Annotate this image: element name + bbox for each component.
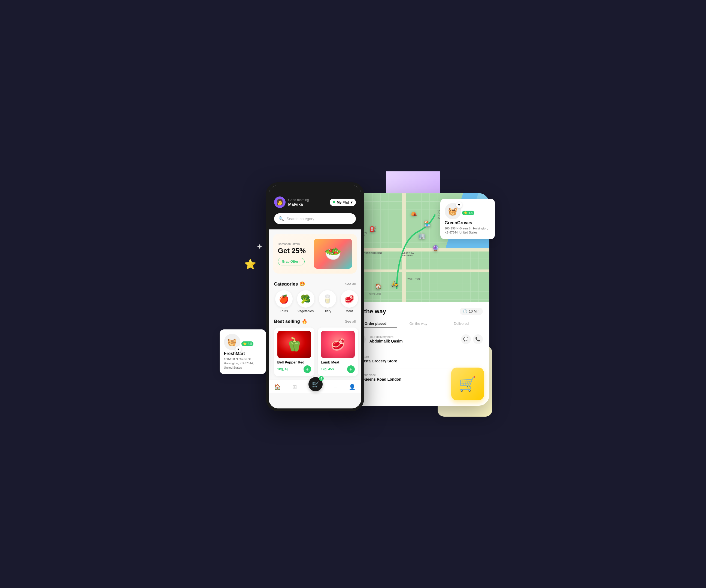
hero-label: Your delivery hero [369,335,457,339]
product-lamb-meat: 🥩 Lamb Meat 1kg, 45$ + [318,327,358,376]
category-meat[interactable]: 🥩 Meat [340,290,359,313]
greengroves-rating: ⭐ 4.8 [462,210,474,215]
store-row: Store Insta Grocery Store [354,355,483,368]
best-selling-title: Best selling 🔥 [274,318,307,324]
best-selling-header: Best selling 🔥 See all [269,315,361,326]
bell-pepper-price: 1kg, 4$ [277,367,288,371]
awning-map-icon: ⛺ [410,209,417,216]
bell-pepper-img-visual: 🫑 [277,331,311,358]
category-diary[interactable]: 🥛 Diary [318,290,337,313]
main-phone: 👩 Good morning Malvika My Flat ▾ [266,182,364,411]
freshmart-address: 100-198 N Green St, Hoisington, KS 67544… [224,357,262,370]
location-text: My Flat [337,200,349,204]
categories-title: Categories 🤩 [274,281,306,287]
star-decoration: ⭐ [244,259,258,272]
nav-grid[interactable]: ⊞ [292,384,297,390]
vegetables-label: Vegetables [298,309,314,313]
add-lamb-meat-button[interactable]: + [347,365,355,373]
nav-profile[interactable]: 👤 [349,384,356,390]
greengroves-card: 🧺 ♥ ⭐ 4.8 GreenGroves 100-198 N Green St… [440,199,495,239]
message-button[interactable]: 💬 [461,334,471,344]
lamb-meat-image: 🥩 [321,331,355,358]
store-name: Insta Grocery Store [362,359,483,363]
store-label: Store [362,355,483,358]
banner-title: Get 25% [278,246,314,255]
greengroves-heart-icon: ♥ [456,202,462,208]
username: Malvika [288,202,309,206]
tab-delivered[interactable]: Delivered [440,319,482,328]
grab-offer-button[interactable]: Grab Offer › [278,258,305,265]
map-label-clove: Clove Lakes [369,292,382,295]
location-pill[interactable]: My Flat ▾ [330,199,356,206]
scene: ✦ ⭐ 🧺 ♥ ⭐ 4.8 FreshMart 100-198 N Green … [217,171,489,417]
green-building-icon: 🏢 [419,233,425,239]
purple-marker-icon: 🔮 [432,245,439,251]
fruits-label: Fruits [280,309,288,313]
category-vegetables[interactable]: 🥦 Vegetables [296,290,316,313]
categories-see-all[interactable]: See all [345,282,356,286]
map-label-wh: WES· HTON [408,278,420,280]
search-bar[interactable]: 🔍 Search category [274,213,356,224]
greeting-text: Good morning [288,198,309,202]
meat-icon: 🥩 [341,290,358,308]
bottom-basket-icon: 🛒 [451,367,484,400]
user-info: 👩 Good morning Malvika [274,196,309,208]
phone-content: 👩 Good morning Malvika My Flat ▾ [269,193,361,408]
best-selling-see-all[interactable]: See all [345,319,356,323]
products-row: 🫑 Bell Pepper Red 1kg, 4$ + 🥩 Lamb [269,326,361,380]
status-bar [269,185,361,193]
promo-banner: Ramadan Offers Get 25% Grab Offer › 🥗 [273,234,357,274]
diary-icon: 🥛 [319,290,336,308]
categories-row: 🍎 Fruits 🥦 Vegetables 🥛 Diary 🥩 Meat [269,289,361,315]
greengroves-address: 100-198 N Green St, Hoisington, KS 67544… [445,227,491,235]
app-header: 👩 Good morning Malvika My Flat ▾ [269,193,361,213]
add-bell-pepper-button[interactable]: + [304,365,311,373]
freshmart-card: 🧺 ♥ ⭐ 4.8 FreshMart 100-198 N Green St, … [220,329,266,374]
search-icon: 🔍 [278,216,284,221]
product-bell-pepper: 🫑 Bell Pepper Red 1kg, 4$ + [274,327,314,376]
banner-image: 🥗 [314,239,352,269]
tab-on-the-way[interactable]: On the way [397,319,440,328]
gas-station-icon: ⛽ [369,226,376,232]
delivery-hero-row: 🧑 Your delivery hero Abdulmalik Qasim 💬 … [354,334,483,350]
bell-pepper-name: Bell Pepper Red [277,360,311,364]
time-badge: 🕐 10 Min [460,308,482,315]
bottom-nav: 🏠 ⊞ 🛒 4 ≡ 👤 [269,380,361,393]
lamb-meat-price: 1kg, 45$ [321,367,334,371]
home-map-icon: 🏠 [375,283,382,290]
banner-tag: Ramadan Offers [278,242,314,245]
map-label-wnb: WEST NEWBRIGHTON [402,252,414,257]
freshmart-rating: ⭐ 4.8 [241,342,253,346]
categories-header: Categories 🤩 See all [269,278,361,289]
location-dot [333,201,335,203]
call-button[interactable]: 📞 [473,334,483,344]
hero-name: Abdulmalik Qasim [369,339,457,343]
vegetables-icon: 🥦 [297,290,314,308]
sparkle-decoration: ✦ [257,242,263,251]
search-placeholder: Search category [287,217,314,221]
search-area: 🔍 Search category [269,213,361,229]
lamb-img-visual: 🥩 [321,331,355,358]
avatar: 👩 [274,196,285,208]
delivery-actions: 💬 📞 [461,334,483,344]
time-value: 10 Min [469,309,479,313]
clock-icon: 🕐 [463,309,467,313]
diary-label: Diary [323,309,331,313]
nav-home[interactable]: 🏠 [274,384,281,390]
map-label-port: PORT RICHMOND [364,252,383,254]
nav-menu[interactable]: ≡ [334,384,337,390]
store-map-icon: 🏪 [424,221,431,227]
cart-button[interactable]: 🛒 4 [308,377,323,391]
location-chevron: ▾ [351,200,353,204]
freshmart-heart-icon: ♥ [235,346,241,352]
category-fruits[interactable]: 🍎 Fruits [274,290,294,313]
cart-badge: 4 [319,376,324,381]
greengroves-name: GreenGroves [445,221,491,225]
fruits-icon: 🍎 [275,290,292,308]
bell-pepper-image: 🫑 [277,331,311,358]
progress-tabs: Order placed On the way Delivered [354,319,483,328]
lamb-meat-name: Lamb Meat [321,360,355,364]
meat-label: Meat [346,309,353,313]
scooter-icon: 🛵 [391,280,398,287]
freshmart-name: FreshMart [224,351,262,356]
